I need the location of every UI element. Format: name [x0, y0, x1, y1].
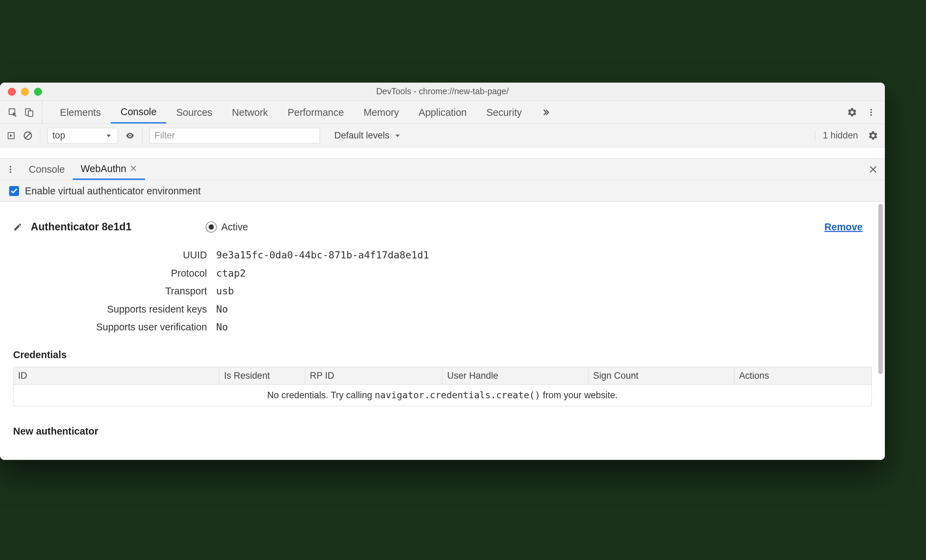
column-header[interactable]: User Handle: [442, 367, 589, 384]
field-label: UUID: [46, 250, 216, 260]
tab-sources[interactable]: Sources: [166, 101, 222, 124]
field-label: Protocol: [46, 267, 216, 278]
column-header[interactable]: RP ID: [305, 367, 442, 384]
enable-virtual-authenticator-bar: Enable virtual authenticator environment: [0, 180, 885, 202]
execution-context-button[interactable]: [6, 131, 16, 140]
svg-point-4: [870, 111, 872, 113]
column-header[interactable]: Actions: [734, 367, 872, 384]
window-controls: [0, 88, 42, 95]
drawer-tab-console[interactable]: Console: [21, 159, 73, 180]
table-row: No credentials. Try calling navigator.cr…: [14, 384, 872, 406]
console-toolbar: top Filter Default levels 1 hidden: [0, 124, 885, 147]
authenticator-fields: UUID 9e3a15fc-0da0-44bc-871b-a4f17da8e1d…: [13, 246, 872, 336]
field-label: Supports resident keys: [46, 304, 216, 315]
settings-button[interactable]: [847, 107, 858, 118]
svg-point-9: [129, 135, 131, 136]
drawer-tab-webauthn[interactable]: WebAuthn ✕: [73, 159, 145, 180]
close-tab-icon[interactable]: ✕: [130, 163, 137, 174]
new-authenticator-title: New authenticator: [13, 406, 872, 440]
filter-placeholder: Filter: [154, 130, 175, 141]
tab-memory[interactable]: Memory: [354, 101, 409, 124]
scrollbar[interactable]: [878, 204, 883, 374]
dropdown-value: top: [53, 130, 65, 141]
minimize-window-button[interactable]: [21, 88, 29, 95]
field-value: No: [216, 303, 228, 315]
edit-icon[interactable]: [13, 222, 22, 232]
field-protocol: Protocol ctap2: [46, 264, 872, 282]
tab-label: Console: [121, 106, 157, 117]
window-title: DevTools - chrome://new-tab-page/: [0, 86, 885, 97]
dropdown-value: Default levels: [334, 130, 390, 141]
tab-performance[interactable]: Performance: [278, 101, 354, 124]
tab-label: Memory: [364, 107, 399, 118]
tab-label: Sources: [176, 107, 212, 118]
drawer-tabstrip: Console WebAuthn ✕: [0, 159, 885, 180]
device-toolbar-icon[interactable]: [24, 107, 34, 117]
field-user-verification: Supports user verification No: [46, 318, 872, 336]
remove-authenticator-link[interactable]: Remove: [824, 221, 872, 232]
tab-application[interactable]: Application: [409, 101, 477, 124]
field-value: ctap2: [216, 267, 246, 278]
inspect-icon[interactable]: [8, 107, 18, 117]
field-label: Transport: [46, 286, 216, 297]
main-tabstrip: Elements Console Sources Network Perform…: [0, 101, 885, 124]
authenticator-header: Authenticator 8e1d1 Active Remove: [13, 215, 872, 246]
devtools-window: DevTools - chrome://new-tab-page/ Elemen…: [0, 83, 885, 460]
tab-label: WebAuthn: [80, 163, 126, 174]
radio-icon: [206, 221, 216, 232]
divider: [40, 128, 41, 142]
svg-point-5: [870, 114, 872, 116]
credentials-table: ID Is Resident RP ID User Handle Sign Co…: [13, 367, 872, 406]
tab-security[interactable]: Security: [477, 101, 531, 124]
clear-console-button[interactable]: [23, 130, 33, 141]
webauthn-panel: Authenticator 8e1d1 Active Remove UUID 9…: [0, 202, 885, 460]
tab-label: Elements: [60, 107, 101, 118]
authenticator-title: Authenticator 8e1d1: [31, 221, 132, 233]
svg-point-11: [10, 168, 11, 170]
column-header[interactable]: ID: [14, 367, 219, 384]
table-header-row: ID Is Resident RP ID User Handle Sign Co…: [14, 367, 872, 384]
drawer-more-button[interactable]: [6, 165, 15, 174]
empty-state-cell: No credentials. Try calling navigator.cr…: [14, 384, 872, 406]
hidden-messages-count[interactable]: 1 hidden: [815, 130, 861, 141]
field-uuid: UUID 9e3a15fc-0da0-44bc-871b-a4f17da8e1d…: [46, 246, 872, 264]
column-header[interactable]: Is Resident: [219, 367, 305, 384]
close-drawer-button[interactable]: [869, 165, 878, 174]
console-settings-button[interactable]: [868, 130, 878, 141]
tab-label: Console: [29, 164, 65, 175]
live-expression-button[interactable]: [125, 130, 135, 141]
tab-label: Performance: [287, 107, 344, 118]
enable-authenticator-label: Enable virtual authenticator environment: [25, 185, 201, 197]
enable-authenticator-checkbox[interactable]: [9, 186, 19, 196]
svg-point-12: [10, 171, 11, 173]
console-area: [0, 147, 885, 158]
tab-console[interactable]: Console: [111, 101, 166, 124]
tab-elements[interactable]: Elements: [50, 101, 111, 124]
close-window-button[interactable]: [8, 88, 16, 95]
field-value: 9e3a15fc-0da0-44bc-871b-a4f17da8e1d1: [216, 249, 429, 260]
titlebar: DevTools - chrome://new-tab-page/: [0, 83, 885, 101]
field-resident-keys: Supports resident keys No: [46, 300, 872, 318]
column-header[interactable]: Sign Count: [589, 367, 734, 384]
svg-point-3: [870, 109, 872, 110]
svg-line-8: [25, 133, 31, 138]
credentials-section-title: Credentials: [13, 336, 872, 367]
main-tabs: Elements Console Sources Network Perform…: [42, 101, 840, 124]
zoom-window-button[interactable]: [34, 88, 42, 95]
svg-point-10: [10, 165, 11, 167]
filter-input[interactable]: Filter: [150, 127, 320, 143]
context-dropdown[interactable]: top: [48, 127, 118, 143]
tab-label: Network: [232, 107, 268, 118]
triangle-down-icon: [393, 131, 402, 140]
tabs-overflow-button[interactable]: [531, 101, 560, 124]
chevrons-right-icon: [542, 107, 551, 117]
active-radio[interactable]: Active: [206, 221, 248, 232]
svg-rect-2: [29, 111, 33, 117]
divider: [142, 128, 142, 142]
log-levels-dropdown[interactable]: Default levels: [330, 127, 407, 143]
field-transport: Transport usb: [46, 282, 872, 300]
tab-network[interactable]: Network: [222, 101, 278, 124]
radio-label: Active: [221, 221, 248, 232]
field-value: No: [216, 321, 228, 333]
more-options-button[interactable]: [866, 107, 876, 117]
